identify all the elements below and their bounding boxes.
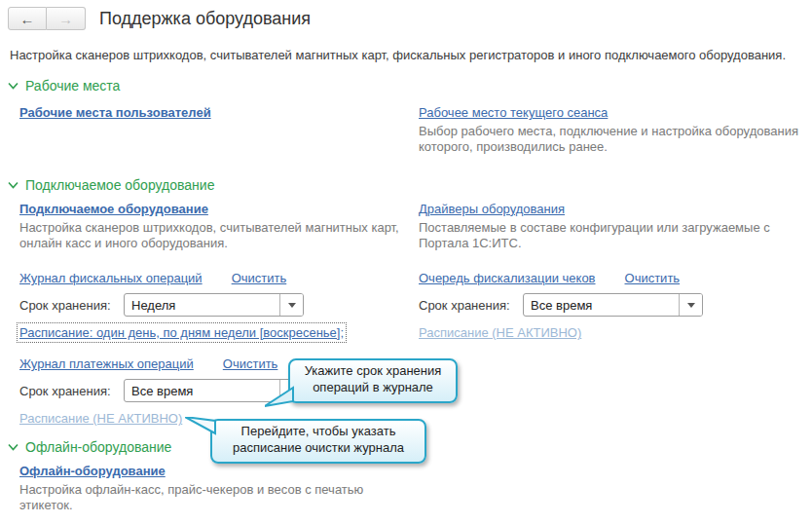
equipment-drivers-description: Поставляемые в составе конфигурации или … xyxy=(419,220,802,252)
fiscal-queue-retention-label: Срок хранения: xyxy=(419,298,523,313)
payment-journal-schedule-link[interactable]: Расписание (НЕ АКТИВНО) xyxy=(19,411,182,426)
fiscal-journal-link[interactable]: Журнал фискальных операций xyxy=(19,271,203,285)
user-workplaces-link[interactable]: Рабочие места пользователей xyxy=(19,105,211,120)
connected-equipment-link[interactable]: Подключаемое оборудование xyxy=(19,202,208,216)
section-connected-title: Подключаемое оборудование xyxy=(25,177,214,193)
fiscal-queue-retention-value: Все время xyxy=(524,294,679,316)
dropdown-arrow-icon xyxy=(687,303,695,308)
back-arrow-icon: ← xyxy=(20,11,35,27)
chevron-down-icon xyxy=(8,82,18,90)
dropdown-arrow-icon xyxy=(288,303,296,308)
section-workplaces-title: Рабочие места xyxy=(25,78,120,94)
connected-equipment-description: Настройка сканеров штрихкодов, считывате… xyxy=(19,220,409,252)
fiscal-journal-retention-value: Неделя xyxy=(125,294,279,316)
workplaces-columns: Рабочие места пользователей Рабочее мест… xyxy=(0,94,812,156)
back-button[interactable]: ← xyxy=(8,7,47,30)
fiscal-journal-retention-dropdown-button[interactable] xyxy=(279,294,303,316)
section-workplaces-header[interactable]: Рабочие места xyxy=(8,78,802,94)
offline-equipment-description: Настройка офлайн-касс, прайс-чекеров и в… xyxy=(19,482,409,514)
fiscal-queue-retention-dropdown-button[interactable] xyxy=(679,294,702,316)
page-title: Поддержка оборудования xyxy=(99,9,311,29)
chevron-down-icon xyxy=(8,181,18,189)
header-bar: ← → Поддержка оборудования xyxy=(0,0,812,34)
tooltip-tail-icon xyxy=(185,417,216,436)
payment-journal-retention-value: Все время xyxy=(125,380,279,401)
payment-journal-clear-link[interactable]: Очистить xyxy=(223,356,278,371)
fiscal-journal-schedule-link[interactable]: Расписание: один день, по дням недели [в… xyxy=(19,325,344,340)
fiscal-journal-block: Журнал фискальных операций Очистить Срок… xyxy=(19,251,419,340)
offline-columns: Офлайн-оборудование Настройка офлайн-кас… xyxy=(0,455,812,514)
equipment-support-page: ← → Поддержка оборудования Настройка ска… xyxy=(0,0,812,524)
connected-right-column: Драйверы оборудования Поставляемые в сос… xyxy=(419,193,802,252)
forward-arrow-icon: → xyxy=(58,11,73,27)
fiscal-queue-retention-select[interactable]: Все время xyxy=(523,293,703,317)
fiscal-queue-link[interactable]: Очередь фискализации чеков xyxy=(419,271,596,285)
offline-right-empty xyxy=(419,455,802,514)
schedule-tooltip-text: Перейдите, чтобы указать расписание очис… xyxy=(233,424,404,455)
fiscal-journal-clear-link[interactable]: Очистить xyxy=(232,271,287,285)
schedule-tooltip: Перейдите, чтобы указать расписание очис… xyxy=(210,419,426,464)
payment-journal-right-empty xyxy=(419,340,802,426)
payment-journal-link[interactable]: Журнал платежных операций xyxy=(19,356,194,371)
tooltip-tail-icon xyxy=(265,386,294,407)
intro-text: Настройка сканеров штрихкодов, считывате… xyxy=(10,48,802,62)
journals-columns: Журнал фискальных операций Очистить Срок… xyxy=(0,251,812,340)
offline-left-column: Офлайн-оборудование Настройка офлайн-кас… xyxy=(19,455,419,514)
workplaces-left-column: Рабочие места пользователей xyxy=(19,94,419,156)
fiscal-journal-retention-label: Срок хранения: xyxy=(19,298,124,313)
retention-tooltip: Укажите срок хранения операций в журнале xyxy=(288,358,458,403)
fiscal-queue-block: Очередь фискализации чеков Очистить Срок… xyxy=(419,251,802,340)
offline-equipment-link[interactable]: Офлайн-оборудование xyxy=(19,464,166,478)
workplaces-right-column: Рабочее место текущего сеанса Выбор рабо… xyxy=(419,94,802,156)
chevron-down-icon xyxy=(8,443,18,451)
current-session-workplace-description: Выбор рабочего места, подключение и наст… xyxy=(419,124,802,156)
equipment-drivers-link[interactable]: Драйверы оборудования xyxy=(419,202,565,216)
fiscal-queue-clear-link[interactable]: Очистить xyxy=(625,271,681,285)
connected-left-column: Подключаемое оборудование Настройка скан… xyxy=(19,193,419,252)
fiscal-journal-retention-select[interactable]: Неделя xyxy=(124,293,304,317)
connected-columns: Подключаемое оборудование Настройка скан… xyxy=(0,193,812,252)
retention-tooltip-text: Укажите срок хранения операций в журнале xyxy=(305,363,442,394)
payment-journal-retention-label: Срок хранения: xyxy=(19,384,124,398)
current-session-workplace-link[interactable]: Рабочее место текущего сеанса xyxy=(419,105,608,120)
fiscal-queue-schedule-link[interactable]: Расписание (НЕ АКТИВНО) xyxy=(419,325,581,340)
history-nav: ← → xyxy=(8,7,86,30)
forward-button[interactable]: → xyxy=(47,7,86,30)
section-connected-header[interactable]: Подключаемое оборудование xyxy=(8,177,802,193)
section-offline-title: Офлайн-оборудование xyxy=(25,439,171,455)
